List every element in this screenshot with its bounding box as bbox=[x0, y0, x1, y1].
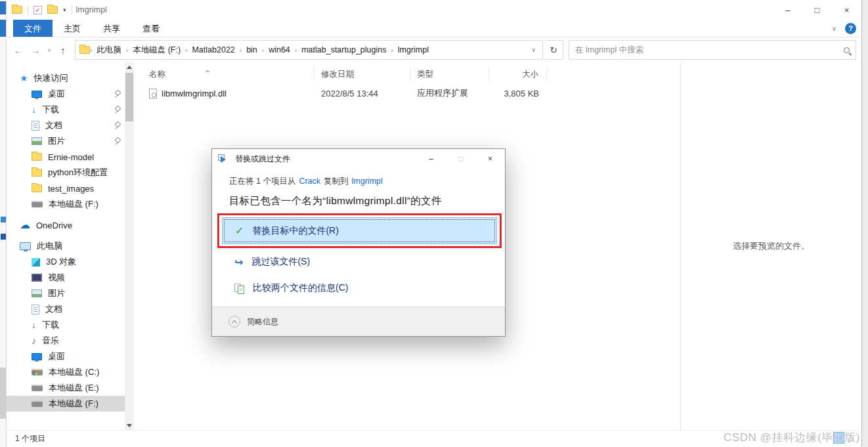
search-icon[interactable] bbox=[844, 47, 850, 53]
sidebar-item-quick-access[interactable]: ★ 快速访问 bbox=[7, 70, 136, 86]
sidebar-item-label: 视频 bbox=[48, 272, 65, 284]
sidebar-item-music[interactable]: ♪ 音乐 bbox=[7, 333, 136, 349]
background-fragment bbox=[1, 217, 6, 223]
recent-locations-caret-icon[interactable]: ∨ bbox=[45, 47, 54, 53]
sidebar-item-ernie-model[interactable]: Ernie-model bbox=[7, 149, 136, 165]
sidebar-item-drive-f[interactable]: 本地磁盘 (F:) bbox=[7, 396, 125, 412]
sidebar-item-drive-c[interactable]: 本地磁盘 (C:) bbox=[7, 364, 136, 380]
pictures-icon bbox=[32, 137, 42, 145]
column-header-modified[interactable]: 修改日期 bbox=[315, 66, 410, 82]
column-header-type[interactable]: 类型 bbox=[410, 66, 489, 82]
file-size-cell: 3,805 KB bbox=[489, 89, 547, 98]
tab-file[interactable]: 文件 bbox=[13, 20, 53, 37]
scroll-down-arrow-icon[interactable] bbox=[125, 421, 134, 430]
destination-folder-name: lmgrimpl bbox=[352, 177, 383, 186]
pin-icon bbox=[113, 106, 120, 114]
sidebar-item-python-env[interactable]: python环境配置 bbox=[7, 165, 136, 181]
scrollbar-thumb[interactable] bbox=[125, 73, 133, 121]
maximize-button[interactable]: □ bbox=[802, 0, 832, 20]
option-label: 比较两个文件的信息(C) bbox=[253, 282, 348, 294]
ribbon-right-controls: ∨ ? bbox=[832, 20, 856, 37]
collapse-details-icon[interactable] bbox=[228, 316, 240, 328]
qat-customize-caret-icon[interactable]: ▾ bbox=[63, 7, 66, 13]
up-button[interactable]: ↑ bbox=[55, 45, 71, 56]
scroll-up-arrow-icon[interactable] bbox=[125, 62, 134, 72]
option-skip-file[interactable]: ↪ 跳过该文件(S) bbox=[222, 253, 497, 271]
refresh-button[interactable]: ↻ bbox=[544, 40, 563, 60]
breadcrumb-matlab2022[interactable]: Matlab2022 bbox=[187, 45, 239, 54]
dialog-minimize-button[interactable]: – bbox=[416, 149, 446, 168]
tab-home[interactable]: 主页 bbox=[53, 20, 92, 37]
folder-icon[interactable] bbox=[12, 6, 22, 14]
navigation-bar: ← → ∨ ↑ › 此电脑 › 本地磁盘 (F:) › Matlab2022 ›… bbox=[7, 37, 861, 62]
navigation-pane: ★ 快速访问 桌面 ↓ 下载 文档 图片 bbox=[7, 62, 136, 430]
copy-icon bbox=[218, 154, 229, 163]
address-dropdown-caret-icon[interactable]: ∨ bbox=[529, 47, 538, 53]
search-input[interactable] bbox=[575, 45, 844, 54]
sidebar-item-onedrive[interactable]: ☁ OneDrive bbox=[7, 217, 136, 233]
breadcrumb-bin[interactable]: bin bbox=[242, 45, 262, 54]
sidebar-item-downloads-pc[interactable]: ↓ 下载 bbox=[7, 317, 136, 333]
dialog-close-button[interactable]: × bbox=[475, 149, 505, 168]
system-drive-icon bbox=[32, 369, 43, 375]
address-bar[interactable]: › 此电脑 › 本地磁盘 (F:) › Matlab2022 › bin › w… bbox=[75, 40, 543, 60]
sidebar-item-3d-objects[interactable]: 3D 对象 bbox=[7, 254, 136, 270]
sidebar-item-videos[interactable]: 视频 bbox=[7, 270, 136, 286]
tab-view[interactable]: 查看 bbox=[131, 20, 171, 37]
footer-label[interactable]: 简略信息 bbox=[247, 316, 278, 328]
preview-empty-text: 选择要预览的文件。 bbox=[733, 240, 810, 252]
breadcrumb-drive-f[interactable]: 本地磁盘 (F:) bbox=[128, 45, 185, 56]
breadcrumb-this-pc[interactable]: 此电脑 bbox=[92, 45, 126, 56]
sidebar-item-label: 图片 bbox=[48, 135, 65, 147]
dialog-footer: 简略信息 bbox=[212, 307, 505, 336]
help-button[interactable]: ? bbox=[845, 23, 856, 34]
replace-or-skip-dialog: 替换或跳过文件 – □ × 正在将 1 个项目从Crack复制到lmgrimpl… bbox=[211, 148, 506, 337]
sidebar-item-documents-pc[interactable]: 文档 bbox=[7, 301, 136, 317]
sidebar-item-drive-f-quick[interactable]: 本地磁盘 (F:) bbox=[7, 196, 136, 212]
sidebar-item-pictures[interactable]: 图片 bbox=[7, 133, 136, 149]
option-compare-files[interactable]: 比较两个文件的信息(C) bbox=[222, 279, 497, 297]
close-button[interactable]: × bbox=[832, 0, 861, 20]
file-row[interactable]: libmwlmgrimpl.dll 2022/8/5 13:44 应用程序扩展 … bbox=[142, 85, 680, 101]
checkbox-icon[interactable]: ✓ bbox=[33, 6, 42, 14]
folder-icon[interactable] bbox=[47, 6, 58, 14]
minimize-button[interactable]: – bbox=[773, 0, 802, 20]
sidebar-item-test-images[interactable]: test_images bbox=[7, 181, 136, 196]
sidebar-item-pictures-pc[interactable]: 图片 bbox=[7, 286, 136, 301]
items-count: 1 个项目 bbox=[15, 433, 45, 444]
sidebar-item-documents[interactable]: 文档 bbox=[7, 117, 136, 133]
sidebar-item-label: OneDrive bbox=[36, 221, 72, 230]
forward-button[interactable]: → bbox=[28, 45, 43, 56]
sidebar-item-label: test_images bbox=[48, 184, 94, 194]
window-title: lmgrimpl bbox=[76, 5, 107, 14]
breadcrumb-matlab-startup-plugins[interactable]: matlab_startup_plugins bbox=[297, 45, 391, 54]
sidebar-scrollbar[interactable] bbox=[125, 62, 134, 430]
folder-icon bbox=[32, 169, 42, 177]
sidebar-item-label: 图片 bbox=[48, 287, 65, 299]
tab-share[interactable]: 共享 bbox=[92, 20, 131, 37]
ribbon-collapse-icon[interactable]: ∨ bbox=[832, 25, 836, 32]
sidebar-item-drive-e[interactable]: 本地磁盘 (E:) bbox=[7, 380, 136, 396]
back-button[interactable]: ← bbox=[11, 45, 26, 56]
preview-pane: 选择要预览的文件。 bbox=[680, 62, 861, 430]
drive-icon bbox=[32, 400, 43, 407]
column-header-name[interactable]: 名称 bbox=[142, 66, 315, 82]
quick-access-toolbar: ✓ ▾ bbox=[12, 5, 72, 14]
folder-icon bbox=[32, 184, 42, 192]
sidebar-item-this-pc[interactable]: 此电脑 bbox=[7, 238, 136, 254]
option-replace-file[interactable]: ✓ 替换目标中的文件(R) bbox=[222, 217, 497, 244]
file-type-cell: 应用程序扩展 bbox=[410, 87, 489, 99]
copy-status-line: 正在将 1 个项目从Crack复制到lmgrimpl bbox=[229, 176, 505, 187]
sidebar-item-label: 3D 对象 bbox=[46, 256, 76, 268]
sidebar-item-label: 下载 bbox=[42, 104, 59, 116]
sidebar-item-desktop-pc[interactable]: 桌面 bbox=[7, 349, 136, 364]
file-name-cell: libmwlmgrimpl.dll bbox=[142, 89, 315, 98]
column-header-size[interactable]: 大小 bbox=[489, 66, 547, 82]
breadcrumb-lmgrimpl[interactable]: lmgrimpl bbox=[393, 45, 433, 54]
sidebar-item-label: 桌面 bbox=[48, 88, 65, 100]
folder-icon bbox=[79, 46, 90, 54]
sidebar-item-downloads[interactable]: ↓ 下载 bbox=[7, 102, 136, 117]
breadcrumb-win64[interactable]: win64 bbox=[264, 45, 295, 54]
sidebar-item-desktop[interactable]: 桌面 bbox=[7, 86, 136, 102]
option-label: 跳过该文件(S) bbox=[251, 256, 310, 268]
